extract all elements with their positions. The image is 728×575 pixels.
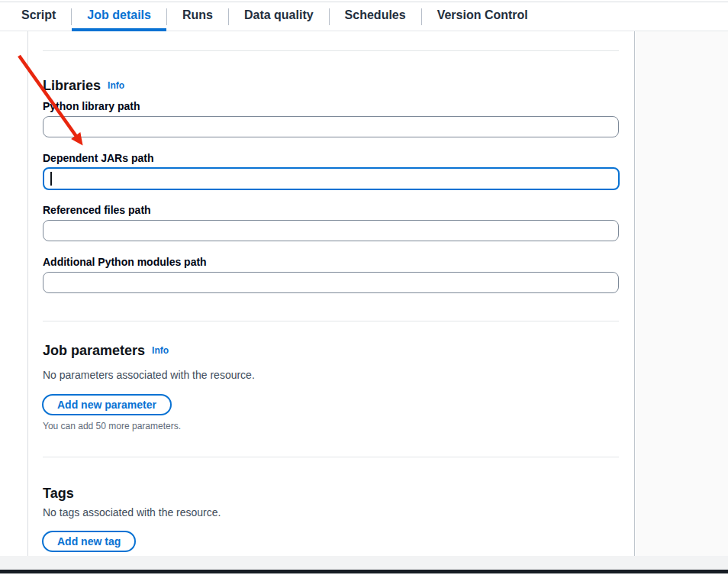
additional-python-modules-path-label: Additional Python modules path [43,254,207,270]
tab-data-quality[interactable]: Data quality [229,2,329,31]
dependent-jars-path-input[interactable] [43,167,620,190]
tab-runs[interactable]: Runs [167,2,228,31]
tab-bar: Script Job details Runs Data quality Sch… [0,2,728,31]
job-parameters-heading-text: Job parameters [43,343,145,358]
bottom-strip [0,556,728,570]
job-parameters-empty-text: No parameters associated with the resour… [43,367,255,383]
section-divider [43,321,619,321]
python-library-path-label: Python library path [43,99,140,114]
parameters-helper-text: You can add 50 more parameters. [43,420,181,432]
add-new-parameter-button[interactable]: Add new parameter [42,394,172,415]
job-details-content-panel: LibrariesInfo Python library path Depend… [27,31,635,556]
libraries-heading-text: Libraries [43,78,101,93]
glue-job-details-page: Script Job details Runs Data quality Sch… [0,0,728,575]
tags-heading: Tags [43,484,74,502]
add-new-tag-button[interactable]: Add new tag [42,531,136,552]
job-parameters-info-link[interactable]: Info [152,345,169,356]
tab-schedules[interactable]: Schedules [330,2,421,31]
text-cursor [50,172,52,186]
job-parameters-heading: Job parametersInfo [43,341,169,360]
right-scroll-gutter [636,31,728,556]
window-bottom-edge [0,570,728,573]
referenced-files-path-input[interactable] [43,220,619,241]
tab-script[interactable]: Script [6,2,71,31]
tags-empty-text: No tags associated with the resource. [43,505,221,520]
section-divider [43,50,619,51]
section-divider [43,457,619,457]
additional-python-modules-path-input[interactable] [43,272,619,293]
python-library-path-input[interactable] [43,116,619,137]
referenced-files-path-label: Referenced files path [43,202,151,218]
libraries-heading: LibrariesInfo [43,76,124,95]
tab-version-control[interactable]: Version Control [422,2,543,31]
libraries-info-link[interactable]: Info [108,80,124,91]
dependent-jars-path-label: Dependent JARs path [43,150,153,166]
tab-job-details[interactable]: Job details [72,2,166,31]
